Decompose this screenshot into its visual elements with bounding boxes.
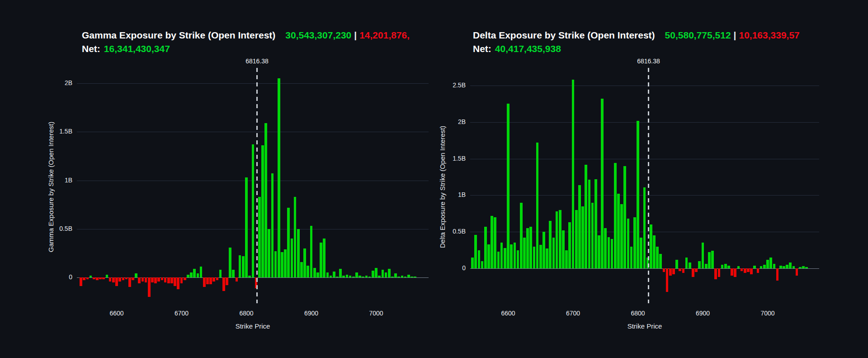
delta-bar-6555[interactable]: [478, 250, 481, 268]
delta-bar-6875[interactable]: [685, 258, 688, 268]
delta-bar-7000[interactable]: [766, 260, 769, 268]
delta-bar-6675[interactable]: [556, 211, 558, 268]
delta-bar-6840[interactable]: [663, 268, 665, 272]
delta-bar-6950[interactable]: [734, 268, 736, 277]
delta-bar-6585[interactable]: [497, 252, 500, 268]
gamma-bar-6635[interactable]: [138, 277, 141, 283]
gamma-bar-6930[interactable]: [330, 276, 332, 277]
delta-bar-6940[interactable]: [727, 266, 730, 268]
gamma-bar-6660[interactable]: [154, 277, 157, 283]
gamma-bar-6555[interactable]: [86, 277, 89, 279]
gamma-bar-6820[interactable]: [258, 197, 261, 277]
gamma-bar-6560[interactable]: [90, 276, 92, 277]
delta-bar-6735[interactable]: [594, 179, 597, 268]
gamma-bar-6980[interactable]: [362, 277, 364, 277]
delta-bar-6560[interactable]: [481, 261, 484, 268]
gamma-bar-6665[interactable]: [157, 277, 160, 282]
delta-bar-6620[interactable]: [520, 203, 523, 268]
delta-bar-6595[interactable]: [504, 248, 506, 268]
delta-bar-6995[interactable]: [763, 265, 766, 268]
gamma-bar-6825[interactable]: [261, 145, 264, 277]
gamma-bar-6910[interactable]: [316, 272, 319, 277]
gamma-bar-6935[interactable]: [333, 272, 335, 277]
gamma-bar-6575[interactable]: [99, 277, 102, 279]
delta-bar-7025[interactable]: [783, 266, 785, 268]
gamma-bar-6735[interactable]: [203, 277, 206, 287]
gamma-bar-6650[interactable]: [148, 277, 151, 297]
gamma-bar-6950[interactable]: [342, 276, 345, 277]
gamma-bar-6790[interactable]: [239, 255, 241, 277]
gamma-bar-6895[interactable]: [307, 266, 309, 277]
gamma-bar-6965[interactable]: [352, 277, 355, 277]
delta-bar-6890[interactable]: [695, 268, 698, 272]
delta-bar-7050[interactable]: [799, 267, 802, 268]
delta-bar-6980[interactable]: [753, 266, 756, 268]
gamma-bar-7020[interactable]: [388, 269, 391, 277]
gamma-bar-6775[interactable]: [229, 248, 231, 277]
delta-bar-6635[interactable]: [529, 227, 532, 268]
gamma-bar-6975[interactable]: [359, 276, 361, 277]
delta-bar-7060[interactable]: [805, 267, 808, 268]
delta-bar-6885[interactable]: [692, 268, 694, 277]
delta-bar-7035[interactable]: [789, 263, 792, 268]
gamma-bar-6875[interactable]: [294, 197, 297, 277]
delta-bar-6600[interactable]: [507, 104, 509, 268]
gamma-bar-6920[interactable]: [323, 239, 326, 277]
gamma-bar-7015[interactable]: [385, 272, 387, 277]
gamma-bar-6810[interactable]: [252, 144, 255, 277]
gamma-bar-6990[interactable]: [368, 277, 371, 277]
gamma-bar-6760[interactable]: [219, 270, 222, 277]
gamma-bar-6690[interactable]: [174, 277, 176, 286]
delta-bar-6915[interactable]: [711, 251, 714, 268]
delta-bar-7020[interactable]: [779, 266, 782, 268]
gamma-bar-6955[interactable]: [346, 275, 349, 277]
delta-bar-6725[interactable]: [588, 180, 591, 268]
delta-bar-6545[interactable]: [471, 258, 474, 268]
gamma-bar-6595[interactable]: [112, 277, 115, 282]
gamma-bar-7050[interactable]: [407, 275, 410, 277]
gamma-bar-6675[interactable]: [164, 277, 167, 282]
delta-bar-6880[interactable]: [689, 263, 691, 268]
gamma-bar-6710[interactable]: [187, 275, 189, 277]
delta-bar-6580[interactable]: [494, 217, 496, 268]
gamma-bar-6900[interactable]: [310, 226, 313, 277]
gamma-bar-6680[interactable]: [167, 277, 170, 283]
gamma-bar-6625[interactable]: [132, 277, 134, 280]
gamma-bar-6585[interactable]: [106, 275, 108, 277]
delta-bar-6955[interactable]: [737, 266, 740, 268]
delta-bar-6970[interactable]: [747, 268, 750, 272]
delta-bar-6705[interactable]: [575, 210, 578, 268]
delta-bar-6650[interactable]: [539, 245, 542, 268]
gamma-bar-6580[interactable]: [102, 277, 105, 279]
gamma-bar-6945[interactable]: [339, 269, 342, 277]
delta-bar-6570[interactable]: [487, 244, 490, 268]
gamma-bar-6870[interactable]: [291, 239, 293, 277]
gamma-bar-6880[interactable]: [297, 229, 300, 277]
delta-bar-6775[interactable]: [620, 204, 623, 268]
delta-bar-6860[interactable]: [675, 260, 678, 268]
gamma-bar-6960[interactable]: [349, 276, 352, 277]
delta-bar-6770[interactable]: [617, 194, 620, 268]
delta-bar-6745[interactable]: [601, 99, 604, 268]
delta-bar-7005[interactable]: [769, 258, 772, 268]
gamma-bar-6570[interactable]: [96, 277, 99, 280]
delta-bar-6760[interactable]: [611, 239, 613, 268]
delta-bar-6795[interactable]: [633, 217, 636, 268]
gamma-bar-6645[interactable]: [145, 277, 147, 282]
delta-bar-6920[interactable]: [714, 268, 717, 279]
delta-bar-6605[interactable]: [510, 244, 513, 268]
delta-bar-6835[interactable]: [659, 254, 662, 268]
gamma-bar-6550[interactable]: [83, 277, 85, 280]
delta-bar-6985[interactable]: [757, 268, 760, 273]
gamma-bar-6785[interactable]: [236, 277, 238, 282]
delta-bar-6670[interactable]: [552, 238, 555, 268]
delta-bar-6780[interactable]: [623, 166, 626, 268]
delta-bar-6730[interactable]: [591, 203, 594, 268]
delta-bar-7030[interactable]: [786, 265, 788, 268]
delta-bar-6645[interactable]: [536, 143, 539, 268]
delta-bar-6575[interactable]: [491, 216, 493, 268]
delta-bar-6625[interactable]: [523, 238, 526, 268]
gamma-bar-6860[interactable]: [284, 249, 287, 277]
gamma-bar-6750[interactable]: [212, 277, 215, 282]
gamma-bar-6850[interactable]: [278, 78, 280, 277]
